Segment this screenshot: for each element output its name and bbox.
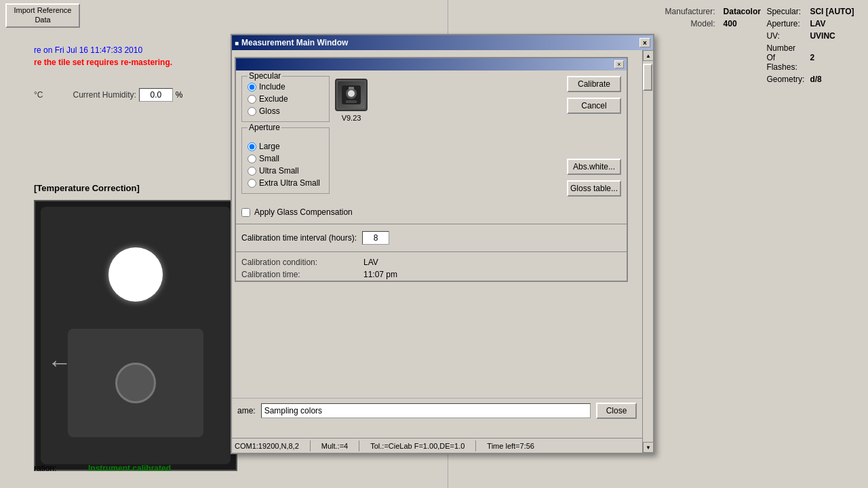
device-svg: [339, 83, 363, 107]
instrument-knob: [115, 363, 156, 403]
aperture-small-label: Small: [259, 154, 279, 163]
notification-line2: re the tile set requires re-mastering.: [34, 56, 172, 68]
aperture-large-row: Large: [248, 142, 323, 151]
calib-condition-row: Calibration condition: LAV: [236, 256, 627, 268]
aperture-label2: Aperture:: [764, 18, 807, 30]
geometry-label: Geometry:: [764, 73, 807, 85]
device-icon-inner: [338, 81, 365, 108]
specular-group: Specular Include Exclude G: [241, 76, 330, 122]
geometry-value: d/8: [807, 73, 857, 85]
calib-interval-label: Calibration time interval (hours):: [241, 233, 357, 243]
aperture-extraultrasmall-row: Extra Ultra Small: [248, 178, 323, 188]
name-input[interactable]: [261, 403, 591, 418]
scrollbar-thumb[interactable]: [643, 64, 652, 91]
aperture-large-radio[interactable]: [248, 142, 256, 151]
specular-include-label: Include: [259, 82, 285, 92]
aperture-group: Aperture Large Small: [241, 127, 330, 194]
svg-rect-3: [346, 100, 357, 103]
specular-gloss-row: Gloss: [248, 106, 323, 116]
percent-label: %: [176, 90, 183, 100]
aperture-large-label: Large: [259, 142, 280, 151]
name-label: ame:: [237, 406, 256, 415]
aperture-group-label: Aperture: [248, 123, 281, 132]
specular-include-radio[interactable]: [248, 83, 256, 92]
svg-rect-4: [349, 87, 354, 89]
status-tol: Tol.:=CieLab F=1.00,DE=1.0: [370, 442, 465, 450]
status-time: Time left=7:56: [487, 442, 534, 450]
instrument-inner: ←: [41, 207, 231, 464]
specular-label2: Specular:: [764, 5, 807, 18]
aperture-small-radio[interactable]: [248, 155, 256, 163]
calib-interval-input[interactable]: [362, 231, 389, 245]
status-sep2: [359, 441, 359, 451]
status-com: COM1:19200,N,8,2: [235, 442, 299, 450]
calib-condition-value: LAV: [363, 258, 378, 267]
import-reference-button[interactable]: Import Reference Data: [5, 3, 80, 28]
dialog-overlay: ■ Measurement Main Window × × Specula: [231, 34, 658, 481]
calib-interval-row: Calibration time interval (hours):: [236, 228, 627, 247]
instrument-arrow: ←: [47, 348, 72, 377]
device-icon: [335, 79, 368, 111]
device-icon-area: V9.23: [335, 79, 368, 122]
right-buttons-area: Calibrate Cancel Abs.white... Gloss tabl…: [567, 76, 621, 199]
scrollbar-down-button[interactable]: ▼: [643, 442, 654, 453]
inner-title-bar: ×: [236, 58, 627, 70]
status-sep1: [310, 441, 311, 451]
inner-body: Specular Include Exclude G: [236, 70, 627, 205]
calibration-label: ration:: [34, 464, 56, 473]
aperture-ultrasmall-radio[interactable]: [248, 167, 256, 176]
aperture-small-row: Small: [248, 154, 323, 163]
humidity-input[interactable]: [139, 88, 173, 102]
bottom-name-row: ame: Close: [232, 398, 642, 423]
top-bar: Import Reference Data: [0, 0, 231, 30]
glass-compensation-label: Apply Glass Compensation: [254, 207, 353, 217]
divider2: [236, 251, 627, 252]
specular-group-label: Specular: [248, 71, 282, 81]
model-value: 400: [721, 18, 764, 30]
flashes-value: 2: [807, 42, 857, 73]
calib-time-label: Calibration time:: [241, 270, 323, 279]
scrollbar-up-button[interactable]: ▲: [643, 50, 654, 61]
gloss-table-button[interactable]: Gloss table...: [567, 180, 621, 197]
aperture-extraultrasmall-label: Extra Ultra Small: [259, 178, 320, 188]
instrument-body: [68, 329, 203, 437]
dialog-title-bar: ■ Measurement Main Window ×: [232, 35, 653, 50]
center-area: V9.23: [335, 76, 561, 199]
scrollbar: ▲ ▼: [642, 50, 653, 453]
uv-value: UVINC: [807, 30, 857, 42]
calib-time-value: 11:07 pm: [363, 270, 397, 279]
inner-close-button[interactable]: ×: [614, 60, 624, 68]
notification-line1: re on Fri Jul 16 11:47:33 2010: [34, 44, 172, 56]
specular-exclude-radio[interactable]: [248, 95, 256, 104]
specular-value2: SCI [AUTO]: [807, 5, 857, 18]
specular-include-row: Include: [248, 82, 323, 92]
calibrate-button[interactable]: Calibrate: [567, 76, 621, 92]
calib-condition-label: Calibration condition:: [241, 258, 323, 267]
calib-time-row: Calibration time: 11:07 pm: [236, 268, 627, 281]
specular-gloss-label: Gloss: [259, 106, 280, 116]
specular-gloss-radio[interactable]: [248, 107, 256, 116]
measurement-main-window: ■ Measurement Main Window × × Specula: [231, 34, 654, 454]
status-sep3: [475, 441, 476, 451]
glass-compensation-row: Apply Glass Compensation: [236, 205, 627, 220]
temperature-correction-label: [Temperature Correction]: [34, 183, 140, 193]
settings-panel: Specular Include Exclude G: [241, 76, 330, 199]
device-version: V9.23: [342, 114, 361, 122]
white-disc: [108, 247, 163, 302]
manufacturer-value: Datacolor: [721, 5, 764, 18]
close-large-button[interactable]: Close: [596, 403, 637, 419]
instrument-photo: ←: [34, 200, 237, 471]
aperture-extraultrasmall-radio[interactable]: [248, 179, 256, 188]
humidity-row: °C Current Humidity: %: [0, 88, 231, 102]
cancel-button[interactable]: Cancel: [567, 98, 621, 114]
abs-white-button[interactable]: Abs.white...: [567, 159, 621, 175]
dialog-title: Measurement Main Window: [239, 38, 639, 47]
uv-label: UV:: [764, 30, 807, 42]
notification-area: re on Fri Jul 16 11:47:33 2010 re the ti…: [34, 44, 172, 68]
inner-dialog: × Specular Include: [235, 57, 628, 282]
humidity-label: °C: [34, 90, 43, 100]
divider1: [236, 224, 627, 224]
glass-compensation-checkbox[interactable]: [241, 208, 250, 217]
calibration-status: Instrument calibrated: [88, 464, 171, 473]
dialog-close-button[interactable]: ×: [639, 38, 650, 47]
